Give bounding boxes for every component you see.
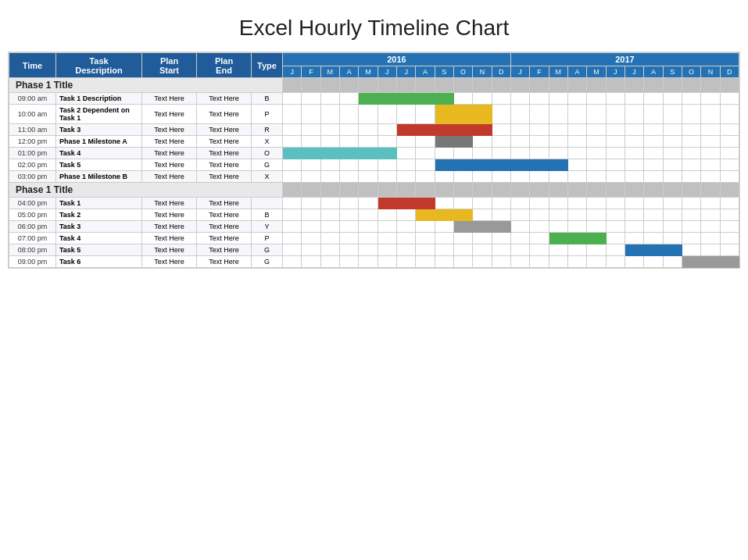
table-row: 06:00 pmTask 3Text HereText HereY [9, 221, 739, 233]
table-row: 10:00 amTask 2 Dependent on Task 1Text H… [9, 105, 739, 124]
phase-row-0: Phase 1 Title [9, 78, 739, 93]
table-row: 09:00 amTask 1 DescriptionText HereText … [9, 93, 739, 105]
table-row: 08:00 pmTask 5Text HereText HereG [9, 244, 739, 256]
table-row: 03:00 pmPhase 1 Milestone BText HereText… [9, 171, 739, 183]
table-row: 05:00 pmTask 2Text HereText HereB [9, 209, 739, 221]
page-title: Excel Hourly Timeline Chart [8, 16, 740, 41]
table-row: 09:00 pmTask 6Text HereText HereG [9, 256, 739, 268]
table-row: 12:00 pmPhase 1 Milestone AText HereText… [9, 136, 739, 148]
table-row: 07:00 pmTask 4Text HereText HereP [9, 233, 739, 244]
table-row: 01:00 pmTask 4Text HereText HereO [9, 148, 739, 159]
phase-row-1: Phase 1 Title [9, 183, 739, 198]
table-row: 02:00 pmTask 5Text HereText HereG [9, 159, 739, 171]
table-row: 11:00 amTask 3Text HereText HereR [9, 124, 739, 136]
table-row: 04:00 pmTask 1Text HereText Here [9, 198, 739, 209]
timeline-chart: TimeTaskDescriptionPlanStartPlanEndType2… [8, 52, 740, 269]
